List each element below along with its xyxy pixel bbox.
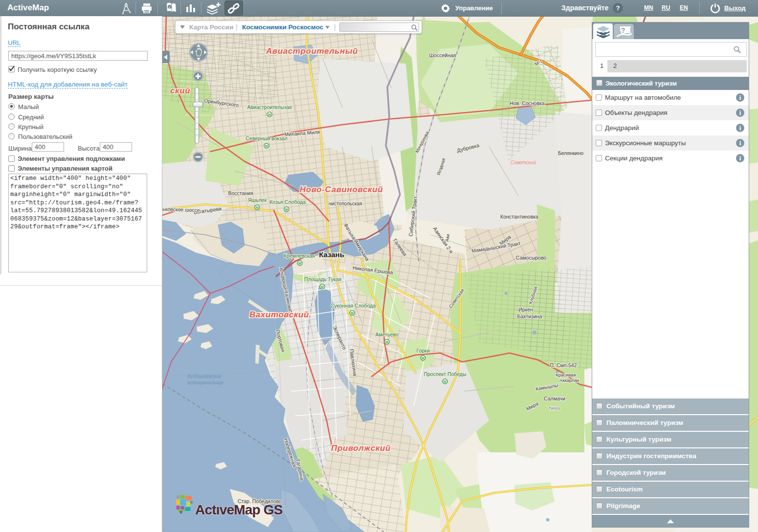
svg-text:Тигез: Тигез [548,405,559,411]
svg-text:Самосырово: Самосырово [516,255,547,261]
svg-text:М: М [444,380,446,383]
svg-text:Казань: Казань [319,250,344,259]
svg-text:Белянкино: Белянкино [558,150,583,156]
svg-text:Красивая: Красивая [556,372,576,377]
svg-text:М: М [351,311,354,315]
svg-text:Иркен: Иркен [518,307,533,312]
svg-text:М: М [298,262,301,265]
svg-text:М: М [285,208,288,211]
svg-text:П. Смп-542: П. Смп-542 [550,362,577,368]
svg-text:М: М [385,340,388,344]
svg-text:Шоссейная: Шоссейная [429,52,456,58]
svg-text:Яшьлек: Яшьлек [248,197,267,203]
svg-text:Приволжский: Приволжский [331,443,391,453]
svg-text:Аметьево: Аметьево [375,332,398,337]
svg-text:Нов. Сосновка: Нов. Сосновка [510,100,545,106]
svg-text:?: ? [621,26,625,34]
svg-text:-чистопольская: -чистопольская [327,201,362,206]
svg-text:Бахтизина: Бахтизина [517,313,542,319]
svg-text:Козья Слобода: Козья Слобода [269,199,306,205]
svg-text:Куйбышевское: Куйбышевское [187,374,221,379]
svg-text:водохранилище: водохранилище [187,380,223,385]
svg-text:Советский: Советский [511,160,536,165]
svg-text:Проспект Победы: Проспект Победы [424,371,466,377]
svg-text:М: М [422,356,424,360]
svg-text:Вахитовский: Вахитовский [249,310,309,319]
svg-text:Ново-Савиновский: Ново-Савиновский [300,185,383,194]
svg-text:Горки: Горки [416,348,429,354]
svg-text:М: М [268,113,271,116]
svg-text:Кремлевская: Кремлевская [284,253,315,259]
svg-text:М: М [256,206,259,209]
svg-text:Площадь Тукая: Площадь Тукая [304,276,341,282]
svg-text:М: М [321,285,324,288]
svg-text:ский: ский [170,86,190,95]
svg-text:М: М [265,144,268,148]
svg-text:Салмачи: Салмачи [544,396,565,401]
svg-text:Северный вокзал: Северный вокзал [245,135,287,141]
svg-text:Аккарлак: Аккарлак [559,377,580,383]
svg-text:Восстания: Восстания [228,190,253,196]
svg-text:Авиастроительный: Авиастроительный [266,46,358,56]
svg-text:Суконная Слобода: Суконная Слобода [331,303,376,309]
svg-text:Константиновка: Константиновка [500,214,538,220]
svg-text:Авиастроительная: Авиастроительная [247,104,292,110]
